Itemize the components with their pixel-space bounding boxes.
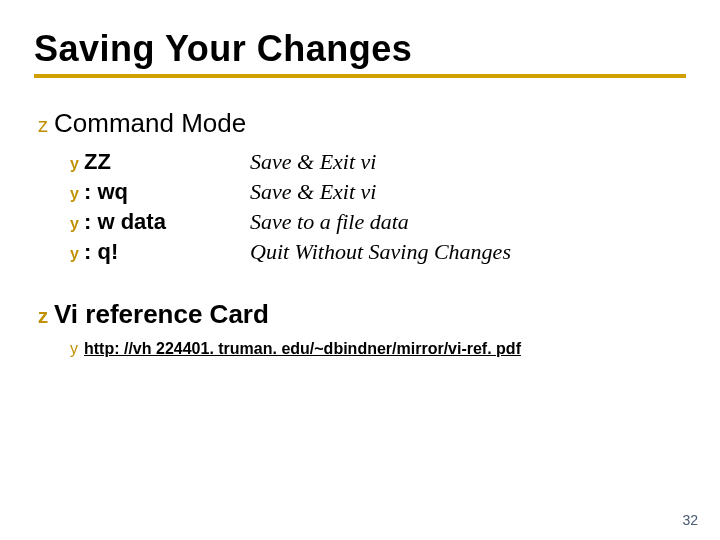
page-number: 32 bbox=[682, 512, 698, 528]
ref-heading-text: Vi reference Card bbox=[54, 299, 269, 329]
bullet-z-icon: z bbox=[38, 305, 52, 328]
bullet-y-icon: y bbox=[70, 185, 82, 203]
cmd-text: ZZ bbox=[84, 149, 111, 174]
slide: Saving Your Changes zCommand Mode yZZ Sa… bbox=[0, 0, 720, 540]
table-row: yZZ Save & Exit vi bbox=[70, 149, 686, 175]
cmd-desc: Quit Without Saving Changes bbox=[250, 239, 511, 265]
table-row: y: w data Save to a file data bbox=[70, 209, 686, 235]
cmd-text: : wq bbox=[84, 179, 128, 204]
link-row: yhttp: //vh 224401. truman. edu/~dbindne… bbox=[70, 340, 686, 358]
cmd-cell: y: w data bbox=[70, 209, 250, 235]
reference-link[interactable]: http: //vh 224401. truman. edu/~dbindner… bbox=[84, 340, 521, 357]
cmd-desc: Save & Exit vi bbox=[250, 149, 376, 175]
cmd-text: : q! bbox=[84, 239, 118, 264]
cmd-text: : w data bbox=[84, 209, 166, 234]
cmd-cell: y: wq bbox=[70, 179, 250, 205]
section-command-mode: zCommand Mode bbox=[38, 108, 686, 139]
command-table: yZZ Save & Exit vi y: wq Save & Exit vi … bbox=[70, 149, 686, 265]
cmd-cell: yZZ bbox=[70, 149, 250, 175]
table-row: y: wq Save & Exit vi bbox=[70, 179, 686, 205]
section-heading: Command Mode bbox=[54, 108, 246, 138]
title-underline bbox=[34, 74, 686, 78]
bullet-y-icon: y bbox=[70, 155, 82, 173]
cmd-desc: Save to a file data bbox=[250, 209, 409, 235]
bullet-z-icon: z bbox=[38, 114, 52, 137]
cmd-desc: Save & Exit vi bbox=[250, 179, 376, 205]
slide-title: Saving Your Changes bbox=[34, 28, 686, 70]
section-reference: zVi reference Card yhttp: //vh 224401. t… bbox=[34, 299, 686, 358]
bullet-y-icon: y bbox=[70, 215, 82, 233]
cmd-cell: y: q! bbox=[70, 239, 250, 265]
table-row: y: q! Quit Without Saving Changes bbox=[70, 239, 686, 265]
bullet-y-icon: y bbox=[70, 245, 82, 263]
bullet-y-icon: y bbox=[70, 340, 82, 358]
section-heading-ref: zVi reference Card bbox=[38, 299, 686, 330]
